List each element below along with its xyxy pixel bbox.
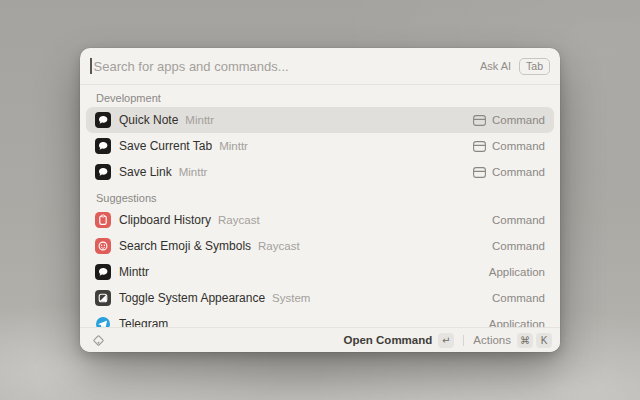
- ask-ai-label[interactable]: Ask AI: [480, 60, 511, 72]
- footer-bar: Open Command ↵ Actions ⌘ K: [80, 327, 560, 352]
- minttr-icon: [95, 264, 111, 280]
- minttr-icon: [95, 112, 111, 128]
- window-icon: [473, 115, 486, 126]
- item-subtitle: Minttr: [185, 114, 214, 126]
- list-item[interactable]: Quick NoteMinttrCommand: [86, 107, 554, 133]
- search-input[interactable]: Search for apps and commands...: [94, 59, 480, 74]
- list-item[interactable]: Save Current TabMinttrCommand: [86, 133, 554, 159]
- item-type-label: Application: [489, 266, 545, 278]
- item-title: Save Current Tab: [119, 139, 212, 153]
- appearance-icon: [95, 290, 111, 306]
- list-item[interactable]: Toggle System AppearanceSystemCommand: [86, 285, 554, 311]
- list-item[interactable]: Save LinkMinttrCommand: [86, 159, 554, 185]
- text-cursor: [90, 58, 92, 74]
- item-subtitle: Raycast: [218, 214, 260, 226]
- item-title: Minttr: [119, 265, 149, 279]
- k-key-badge: K: [536, 333, 552, 348]
- item-type-label: Command: [492, 114, 545, 126]
- item-type-label: Command: [492, 166, 545, 178]
- item-type-label: Command: [492, 292, 545, 304]
- window-icon: [473, 167, 486, 178]
- open-command-button[interactable]: Open Command: [343, 334, 432, 346]
- launcher-window: Search for apps and commands... Ask AI T…: [80, 48, 560, 352]
- cmd-key-badge: ⌘: [517, 333, 533, 348]
- item-title: Toggle System Appearance: [119, 291, 265, 305]
- item-title: Search Emoji & Symbols: [119, 239, 251, 253]
- clipboard-icon: [95, 212, 111, 228]
- emoji-icon: [95, 238, 111, 254]
- item-title: Quick Note: [119, 113, 178, 127]
- actions-button[interactable]: Actions: [473, 334, 511, 346]
- item-subtitle: Minttr: [219, 140, 248, 152]
- tab-key-badge: Tab: [519, 58, 550, 75]
- item-subtitle: Raycast: [258, 240, 300, 252]
- section-header: Suggestions: [96, 189, 544, 207]
- minttr-icon: [95, 164, 111, 180]
- search-bar[interactable]: Search for apps and commands... Ask AI T…: [80, 48, 560, 85]
- section-header: Development: [96, 89, 544, 107]
- footer-divider: [463, 335, 464, 346]
- list-item[interactable]: Clipboard HistoryRaycastCommand: [86, 207, 554, 233]
- item-type-label: Command: [492, 140, 545, 152]
- list-item[interactable]: TelegramApplication: [86, 311, 554, 327]
- results-list: DevelopmentQuick NoteMinttrCommandSave C…: [80, 85, 560, 327]
- item-type-label: Application: [489, 318, 545, 327]
- raycast-logo-icon: [92, 334, 105, 347]
- item-type-label: Command: [492, 240, 545, 252]
- list-item[interactable]: MinttrApplication: [86, 259, 554, 285]
- minttr-icon: [95, 138, 111, 154]
- return-key-badge: ↵: [438, 333, 454, 348]
- item-subtitle: Minttr: [179, 166, 208, 178]
- item-title: Clipboard History: [119, 213, 211, 227]
- item-type-label: Command: [492, 214, 545, 226]
- window-icon: [473, 141, 486, 152]
- item-subtitle: System: [272, 292, 310, 304]
- telegram-icon: [95, 316, 111, 327]
- item-title: Telegram: [119, 317, 168, 327]
- list-item[interactable]: Search Emoji & SymbolsRaycastCommand: [86, 233, 554, 259]
- item-title: Save Link: [119, 165, 172, 179]
